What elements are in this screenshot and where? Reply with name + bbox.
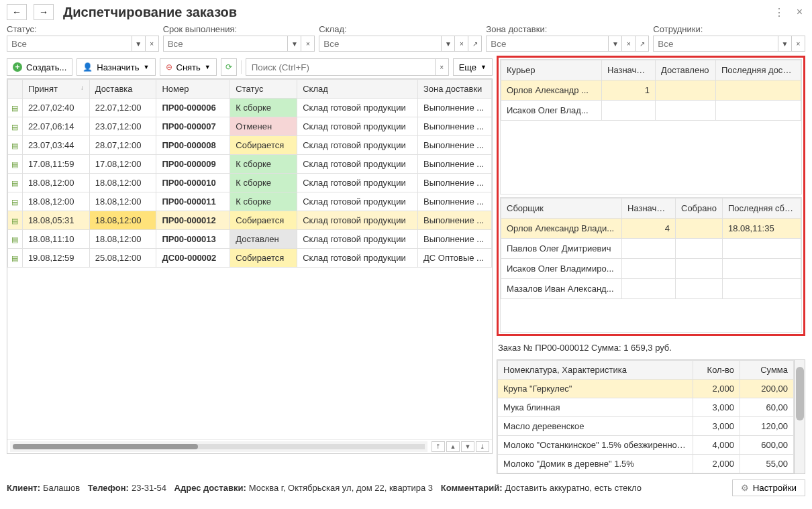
grid-last-icon[interactable]: ⤓ (476, 441, 489, 452)
document-icon: ▤ (11, 235, 18, 243)
settings-button[interactable]: ⚙ Настройки (732, 479, 805, 496)
table-row[interactable]: Павлов Олег Дмитриевич (501, 239, 801, 259)
col-courier-last[interactable]: Последняя доставка (716, 60, 801, 80)
items-grid[interactable]: Номеклатура, Характеристика Кол-во Сумма… (497, 359, 805, 474)
more-button[interactable]: Еще ▼ (453, 58, 493, 76)
table-row[interactable]: ▤18.08,12:0018.08,12:00ПР00-000010К сбор… (8, 174, 492, 192)
table-row[interactable]: Масло деревенское3,000120,00 (498, 417, 794, 436)
dropdown-icon[interactable]: ▼ (609, 36, 622, 52)
table-row[interactable]: ▤17.08,11:5917.08,12:00ПР00-000009К сбор… (8, 155, 492, 174)
table-row[interactable]: ▤18.08,12:0018.08,12:00ПР00-000011К сбор… (8, 192, 492, 211)
remove-button-label: Снять (176, 62, 201, 72)
clear-icon[interactable]: × (622, 36, 636, 52)
clear-icon[interactable]: × (301, 36, 315, 52)
table-row[interactable]: Орлов Александр Влади...418.08,11:35 (501, 219, 801, 239)
table-row[interactable]: Мазалов Иван Александ... (501, 279, 801, 299)
open-icon[interactable]: ↗ (468, 36, 482, 52)
col-store[interactable]: Склад (297, 80, 418, 99)
col-packer-assigned[interactable]: Назначено (622, 199, 676, 219)
table-row[interactable]: ▤19.08,12:5925.08,12:00ДС00-000002Собира… (8, 249, 492, 268)
plus-icon: + (13, 62, 22, 72)
table-row[interactable]: Мука блинная3,00060,00 (498, 398, 794, 417)
settings-button-label: Настройки (753, 483, 797, 493)
dropdown-icon[interactable]: ▼ (778, 36, 792, 52)
col-delivery[interactable]: Доставка (89, 80, 156, 99)
refresh-button[interactable]: ⟳ (221, 58, 237, 76)
h-scrollbar[interactable] (13, 444, 425, 449)
filter-due: Срок выполнения: ▼ × (163, 24, 315, 52)
nav-forward-button[interactable]: → (34, 4, 54, 20)
grid-down-icon[interactable]: ▼ (461, 441, 474, 452)
footer-phone-label: Телефон: (88, 483, 129, 493)
chevron-down-icon: ▼ (205, 64, 211, 70)
filter-due-label: Срок выполнения: (163, 24, 315, 34)
gear-icon: ⚙ (741, 483, 749, 493)
clear-icon[interactable]: × (146, 36, 159, 52)
remove-button[interactable]: ⊖ Снять ▼ (160, 58, 217, 76)
kebab-icon[interactable]: ⋮ (771, 5, 787, 20)
orders-grid[interactable]: Принят↓ Доставка Номер Статус Склад Зона… (7, 78, 493, 454)
table-row[interactable]: ▤22.07,02:4022.07,12:00ПР00-000006К сбор… (8, 99, 492, 117)
col-courier-assigned[interactable]: Назначено (602, 60, 656, 80)
col-item-name[interactable]: Номеклатура, Характеристика (498, 361, 693, 380)
table-row[interactable]: Исаков Олег Влад... (501, 101, 801, 121)
footer-addr: Москва г, Октябрьская ул, дом 22, кварти… (249, 483, 433, 493)
col-zone[interactable]: Зона доставки (418, 80, 492, 99)
table-row[interactable]: Орлов Александр ...1 (501, 80, 801, 101)
page-title: Диспетчирование заказов (63, 5, 764, 20)
grid-up-icon[interactable]: ▲ (446, 441, 460, 452)
table-row[interactable]: ▤18.08,05:3118.08,12:00ПР00-000012Собира… (8, 211, 492, 230)
col-number[interactable]: Номер (156, 80, 230, 99)
table-row[interactable]: ▤18.08,11:1018.08,12:00ПР00-000013Достав… (8, 230, 492, 249)
summary-order-number: ПР00-000012 (535, 343, 589, 353)
couriers-grid[interactable]: Курьер Назначено Доставлено Последняя до… (500, 59, 802, 194)
filter-status-input[interactable] (7, 36, 132, 52)
search-input[interactable] (246, 58, 436, 76)
dropdown-icon[interactable]: ▼ (132, 36, 146, 52)
filter-zone: Зона доставки: ▼ × ↗ (486, 24, 649, 52)
document-icon: ▤ (11, 104, 18, 112)
table-row[interactable]: ▤22.07,06:1423.07,12:00ПР00-000007Отмене… (8, 117, 492, 136)
filter-zone-input[interactable] (486, 36, 609, 52)
chevron-down-icon: ▼ (144, 64, 150, 70)
footer: Клиент: Балашов Телефон: 23-31-54 Адрес … (0, 474, 812, 502)
assign-button[interactable]: 👤 Назначить ▼ (77, 58, 155, 76)
table-row[interactable]: Крупа "Геркулес"2,000200,00 (498, 380, 794, 398)
filter-due-input[interactable] (163, 36, 289, 52)
col-status[interactable]: Статус (230, 80, 297, 99)
footer-addr-label: Адрес доставки: (174, 483, 246, 493)
packers-grid[interactable]: Сборщик Назначено Собрано Последняя сбор… (500, 197, 802, 333)
table-row[interactable]: Молоко "Останкинское" 1.5% обезжиренное … (498, 436, 794, 455)
clear-icon[interactable]: × (455, 36, 468, 52)
col-courier-delivered[interactable]: Доставлено (656, 60, 716, 80)
create-button[interactable]: + Создать... (7, 58, 72, 76)
summary-order-sum: 1 659,3 руб. (623, 343, 672, 353)
filter-staff-input[interactable] (653, 36, 778, 52)
document-icon: ▤ (11, 217, 18, 225)
clear-icon[interactable]: × (792, 36, 805, 52)
col-item-qty[interactable]: Кол-во (693, 361, 740, 380)
col-courier-name[interactable]: Курьер (501, 60, 602, 80)
table-row[interactable]: ▤23.07,03:4428.07,12:00ПР00-000008Собира… (8, 136, 492, 155)
v-scrollbar[interactable] (794, 360, 805, 473)
nav-back-button[interactable]: ← (7, 4, 27, 20)
staff-panels-highlight: Курьер Назначено Доставлено Последняя до… (497, 56, 805, 336)
table-row[interactable]: Исаков Олег Владимиро... (501, 259, 801, 279)
col-packer-packed[interactable]: Собрано (676, 199, 723, 219)
grid-first-icon[interactable]: ⤒ (432, 441, 445, 452)
footer-comment-label: Комментарий: (441, 483, 503, 493)
close-icon[interactable]: × (794, 5, 805, 19)
dropdown-icon[interactable]: ▼ (442, 36, 455, 52)
col-packer-last[interactable]: Последняя сборка (723, 199, 801, 219)
document-icon: ▤ (11, 198, 18, 206)
open-icon[interactable]: ↗ (636, 36, 649, 52)
table-row[interactable]: Молоко "Домик в деревне" 1.5%2,00055,00 (498, 455, 794, 473)
col-item-sum[interactable]: Сумма (740, 361, 794, 380)
clear-icon[interactable]: × (436, 58, 449, 76)
filter-status: Статус: ▼ × (7, 24, 159, 52)
col-packer-name[interactable]: Сборщик (501, 199, 622, 219)
filter-store-input[interactable] (319, 36, 442, 52)
sort-asc-icon: ↓ (81, 84, 84, 91)
dropdown-icon[interactable]: ▼ (288, 36, 301, 52)
col-accepted[interactable]: Принят (28, 84, 58, 94)
